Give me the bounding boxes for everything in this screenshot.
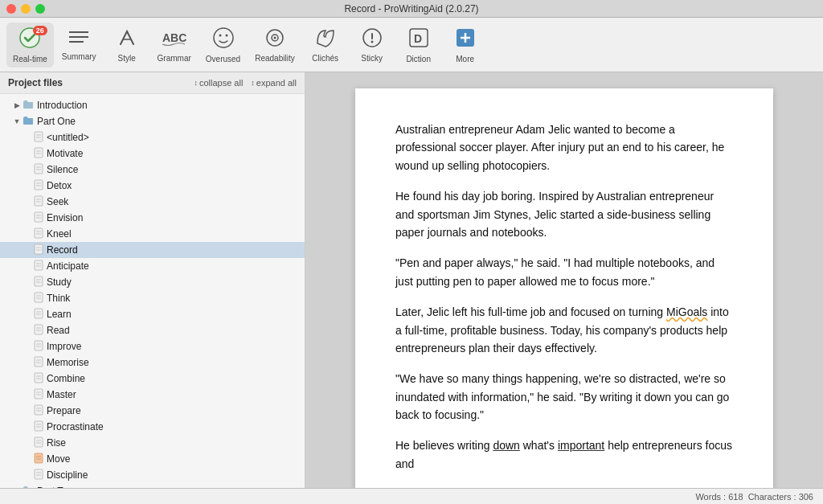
- style-label: Style: [117, 54, 135, 63]
- tree-item-detox[interactable]: Detox: [0, 178, 305, 194]
- document-page: Australian entrepreneur Adam Jelic wante…: [355, 88, 773, 488]
- overused-icon: [212, 27, 235, 52]
- tree-item-untitled[interactable]: <untitled>: [0, 129, 305, 145]
- memorise-label: Memorise: [47, 357, 89, 368]
- toolbar-grammar[interactable]: ABC Grammar: [151, 23, 198, 68]
- diction-icon: D: [407, 27, 430, 52]
- toolbar-overused[interactable]: Overused: [199, 23, 247, 68]
- main-layout: Project files ↕ collapse all ↕ expand al…: [0, 72, 823, 488]
- title-bar: Record - ProWritingAid (2.0.27): [0, 0, 823, 18]
- rise-icon: [34, 436, 43, 449]
- tree-item-prepare[interactable]: Prepare: [0, 403, 305, 419]
- study-label: Study: [47, 277, 72, 288]
- procrastinate-icon: [34, 420, 43, 433]
- read-icon: [34, 324, 43, 337]
- sticky-label: Sticky: [361, 54, 383, 63]
- overused-label: Overused: [206, 55, 240, 64]
- toolbar-diction[interactable]: D Diction: [396, 23, 441, 68]
- tree-item-think[interactable]: Think: [0, 290, 305, 306]
- tree-item-memorise[interactable]: Memorise: [0, 354, 305, 371]
- toolbar-realtime[interactable]: 26 Real-time: [6, 23, 54, 68]
- tree-item-introduction[interactable]: ▶Introduction: [0, 97, 305, 113]
- svg-rect-26: [35, 164, 43, 174]
- master-label: Master: [47, 389, 76, 400]
- sticky-icon: [362, 27, 383, 51]
- grammar-label: Grammar: [158, 54, 191, 63]
- style-icon: [117, 27, 137, 51]
- kneel-icon: [34, 227, 43, 240]
- tree-arrow-icon: ▼: [11, 117, 23, 125]
- svg-point-6: [214, 28, 233, 47]
- svg-rect-35: [35, 212, 43, 222]
- memorise-icon: [34, 356, 43, 369]
- move-icon: [34, 453, 43, 465]
- more-label: More: [456, 55, 474, 64]
- move-label: Move: [47, 453, 70, 465]
- rise-label: Rise: [47, 437, 66, 449]
- svg-point-11: [273, 36, 276, 39]
- detox-icon: [34, 179, 43, 192]
- toolbar-sticky[interactable]: Sticky: [350, 23, 395, 68]
- paragraph-1: Australian entrepreneur Adam Jelic wante…: [395, 121, 733, 174]
- part-one-label: Part One: [37, 116, 76, 127]
- svg-text:ABC: ABC: [162, 31, 186, 44]
- tree-item-study[interactable]: Study: [0, 274, 305, 290]
- expand-arrow-icon: ↕: [251, 79, 255, 87]
- master-icon: [34, 388, 43, 401]
- realtime-label: Real-time: [13, 55, 47, 64]
- window-controls[interactable]: [6, 4, 45, 14]
- detox-label: Detox: [47, 180, 72, 191]
- learn-label: Learn: [47, 309, 72, 320]
- svg-point-7: [219, 34, 221, 36]
- tree-item-move[interactable]: Move: [0, 451, 305, 467]
- status-bar: Words : 618 Characters : 306: [0, 488, 823, 504]
- tree-arrow-icon: ▶: [11, 101, 23, 109]
- close-button[interactable]: [6, 4, 16, 14]
- expand-all-button[interactable]: ↕ expand all: [251, 78, 297, 88]
- readability-label: Readability: [255, 54, 294, 63]
- expand-all-label: expand all: [256, 78, 297, 88]
- svg-rect-77: [35, 437, 43, 447]
- svg-rect-20: [35, 132, 43, 141]
- tree-item-record[interactable]: Record: [0, 242, 305, 258]
- collapse-all-button[interactable]: ↕ collapse all: [194, 78, 243, 88]
- tree-item-motivate[interactable]: Motivate: [0, 145, 305, 162]
- tree-item-read[interactable]: Read: [0, 322, 305, 338]
- svg-rect-74: [35, 421, 43, 431]
- tree-item-combine[interactable]: Combine: [0, 371, 305, 387]
- tree-item-anticipate[interactable]: Anticipate: [0, 258, 305, 274]
- introduction-icon: [23, 100, 34, 111]
- maximize-button[interactable]: [35, 4, 45, 14]
- tree-item-procrastinate[interactable]: Procrastinate: [0, 419, 305, 435]
- study-icon: [34, 276, 43, 289]
- minimize-button[interactable]: [21, 4, 31, 14]
- svg-rect-47: [35, 277, 43, 286]
- improve-label: Improve: [47, 341, 81, 352]
- tree-item-envision[interactable]: Envision: [0, 210, 305, 226]
- toolbar: 26 Real-time Summary Style ABC Grammar O…: [0, 18, 823, 72]
- character-count: Characters : 306: [748, 492, 813, 502]
- combine-icon: [34, 372, 43, 385]
- tree-item-seek[interactable]: Seek: [0, 194, 305, 210]
- tree-item-kneel[interactable]: Kneel: [0, 226, 305, 242]
- think-label: Think: [47, 293, 70, 304]
- envision-label: Envision: [47, 212, 83, 223]
- tree-item-discipline[interactable]: Discipline: [0, 467, 305, 483]
- toolbar-more[interactable]: More: [443, 23, 488, 68]
- tree-item-part-one[interactable]: ▼Part One: [0, 113, 305, 129]
- svg-rect-44: [35, 260, 43, 270]
- svg-rect-50: [35, 293, 43, 302]
- tree-item-learn[interactable]: Learn: [0, 306, 305, 322]
- cliches-label: Clichés: [312, 54, 338, 63]
- svg-rect-65: [35, 373, 43, 383]
- tree-item-rise[interactable]: Rise: [0, 435, 305, 451]
- svg-text:D: D: [414, 32, 422, 45]
- toolbar-cliches[interactable]: Clichés: [303, 23, 348, 68]
- toolbar-summary[interactable]: Summary: [55, 23, 103, 68]
- tree-item-master[interactable]: Master: [0, 387, 305, 403]
- tree-item-improve[interactable]: Improve: [0, 338, 305, 354]
- toolbar-readability[interactable]: Readability: [248, 23, 301, 68]
- sidebar-header: Project files ↕ collapse all ↕ expand al…: [0, 72, 305, 94]
- tree-item-silence[interactable]: Silence: [0, 162, 305, 178]
- toolbar-style[interactable]: Style: [104, 23, 149, 68]
